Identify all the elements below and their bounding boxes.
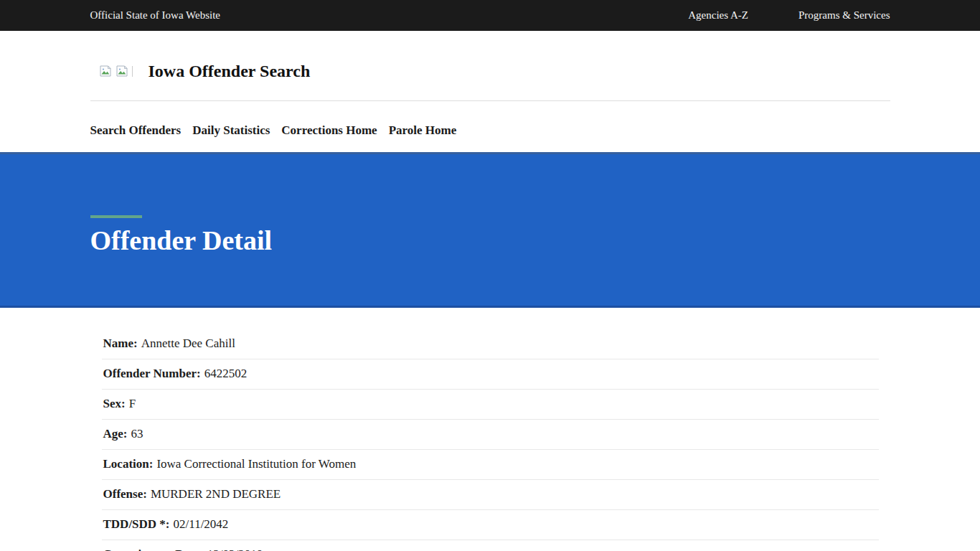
hero-accent-bar [90, 215, 142, 218]
broken-image-icon [116, 65, 128, 77]
detail-row-tdd-sdd: TDD/SDD *:02/11/2042 [102, 510, 879, 540]
detail-value: 63 [131, 427, 143, 441]
official-site-link[interactable]: Official State of Iowa Website [90, 9, 221, 22]
offender-detail-list: Name:Annette Dee Cahill Offender Number:… [90, 329, 890, 551]
page-title: Iowa Offender Search [149, 62, 311, 81]
detail-label: Offender Number: [103, 367, 201, 380]
detail-row-offense: Offense:MURDER 2ND DEGREE [102, 480, 879, 510]
brand-separator [132, 66, 133, 77]
detail-label: Offense: [103, 487, 147, 501]
main-nav: Search Offenders Daily Statistics Correc… [90, 123, 890, 152]
detail-value: 02/11/2042 [174, 517, 229, 531]
detail-label: Commitment Date: [103, 547, 204, 551]
detail-value: MURDER 2ND DEGREE [151, 487, 281, 501]
detail-row-name: Name:Annette Dee Cahill [102, 329, 879, 359]
nav-daily-statistics[interactable]: Daily Statistics [192, 123, 270, 138]
detail-row-commitment-date: Commitment Date:12/03/2019 [102, 540, 879, 551]
detail-row-age: Age:63 [102, 420, 879, 450]
detail-row-location: Location:Iowa Correctional Institution f… [102, 450, 879, 480]
detail-label: Age: [103, 427, 128, 441]
detail-label: Name: [103, 336, 138, 350]
detail-value: 6422502 [204, 367, 248, 380]
brand-icons [100, 65, 128, 77]
detail-row-sex: Sex:F [102, 390, 879, 420]
detail-label: TDD/SDD *: [103, 517, 170, 531]
detail-value: Annette Dee Cahill [141, 336, 235, 350]
broken-image-icon [100, 65, 111, 77]
brand: Iowa Offender Search [90, 61, 890, 81]
nav-search-offenders[interactable]: Search Offenders [90, 123, 182, 138]
detail-row-offender-number: Offender Number:6422502 [102, 359, 879, 390]
nav-parole-home[interactable]: Parole Home [389, 123, 457, 138]
nav-corrections-home[interactable]: Corrections Home [281, 123, 377, 138]
hero-title: Offender Detail [90, 224, 890, 257]
programs-services-link[interactable]: Programs & Services [798, 9, 890, 22]
agencies-az-link[interactable]: Agencies A-Z [688, 9, 748, 22]
header-divider [90, 100, 890, 101]
site-header: Iowa Offender Search Search Offenders Da… [0, 61, 980, 152]
topbar: Official State of Iowa Website Agencies … [0, 0, 980, 31]
hero-banner: Offender Detail [0, 152, 980, 308]
detail-label: Location: [103, 457, 154, 471]
detail-value: 12/03/2019 [207, 547, 263, 551]
detail-value: Iowa Correctional Institution for Women [156, 457, 356, 471]
topbar-links: Agencies A-Z Programs & Services [688, 9, 890, 22]
detail-label: Sex: [103, 397, 126, 410]
detail-value: F [129, 397, 136, 410]
